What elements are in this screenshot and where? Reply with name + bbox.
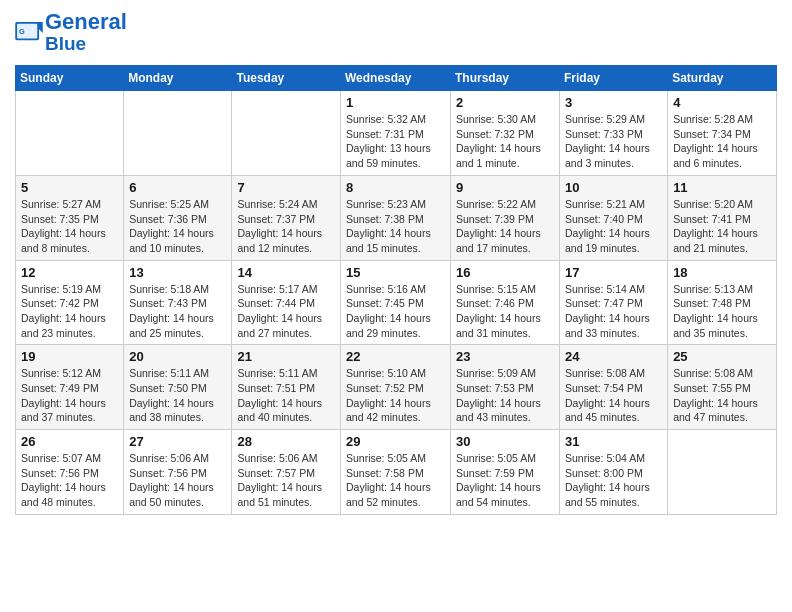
day-info: Sunrise: 5:28 AMSunset: 7:34 PMDaylight:…: [673, 112, 771, 171]
day-info: Sunrise: 5:11 AMSunset: 7:51 PMDaylight:…: [237, 366, 335, 425]
day-cell: 11Sunrise: 5:20 AMSunset: 7:41 PMDayligh…: [668, 175, 777, 260]
day-cell: 9Sunrise: 5:22 AMSunset: 7:39 PMDaylight…: [451, 175, 560, 260]
day-cell: [232, 91, 341, 176]
day-cell: 18Sunrise: 5:13 AMSunset: 7:48 PMDayligh…: [668, 260, 777, 345]
day-cell: 15Sunrise: 5:16 AMSunset: 7:45 PMDayligh…: [341, 260, 451, 345]
day-cell: 13Sunrise: 5:18 AMSunset: 7:43 PMDayligh…: [124, 260, 232, 345]
week-row-3: 19Sunrise: 5:12 AMSunset: 7:49 PMDayligh…: [16, 345, 777, 430]
page: G General Blue SundayMondayTuesdayWednes…: [0, 0, 792, 525]
day-info: Sunrise: 5:04 AMSunset: 8:00 PMDaylight:…: [565, 451, 662, 510]
weekday-sunday: Sunday: [16, 66, 124, 91]
day-number: 9: [456, 180, 554, 195]
calendar-table: SundayMondayTuesdayWednesdayThursdayFrid…: [15, 65, 777, 515]
day-number: 22: [346, 349, 445, 364]
day-cell: 27Sunrise: 5:06 AMSunset: 7:56 PMDayligh…: [124, 430, 232, 515]
day-number: 8: [346, 180, 445, 195]
day-info: Sunrise: 5:12 AMSunset: 7:49 PMDaylight:…: [21, 366, 118, 425]
weekday-friday: Friday: [560, 66, 668, 91]
day-cell: 4Sunrise: 5:28 AMSunset: 7:34 PMDaylight…: [668, 91, 777, 176]
day-cell: [124, 91, 232, 176]
day-info: Sunrise: 5:19 AMSunset: 7:42 PMDaylight:…: [21, 282, 118, 341]
day-number: 4: [673, 95, 771, 110]
day-cell: 8Sunrise: 5:23 AMSunset: 7:38 PMDaylight…: [341, 175, 451, 260]
day-number: 1: [346, 95, 445, 110]
day-cell: 5Sunrise: 5:27 AMSunset: 7:35 PMDaylight…: [16, 175, 124, 260]
day-number: 15: [346, 265, 445, 280]
day-number: 31: [565, 434, 662, 449]
day-number: 2: [456, 95, 554, 110]
day-cell: 22Sunrise: 5:10 AMSunset: 7:52 PMDayligh…: [341, 345, 451, 430]
weekday-tuesday: Tuesday: [232, 66, 341, 91]
day-cell: 14Sunrise: 5:17 AMSunset: 7:44 PMDayligh…: [232, 260, 341, 345]
day-info: Sunrise: 5:32 AMSunset: 7:31 PMDaylight:…: [346, 112, 445, 171]
week-row-1: 5Sunrise: 5:27 AMSunset: 7:35 PMDaylight…: [16, 175, 777, 260]
day-info: Sunrise: 5:30 AMSunset: 7:32 PMDaylight:…: [456, 112, 554, 171]
day-info: Sunrise: 5:08 AMSunset: 7:55 PMDaylight:…: [673, 366, 771, 425]
day-number: 21: [237, 349, 335, 364]
day-info: Sunrise: 5:15 AMSunset: 7:46 PMDaylight:…: [456, 282, 554, 341]
day-cell: 24Sunrise: 5:08 AMSunset: 7:54 PMDayligh…: [560, 345, 668, 430]
day-number: 29: [346, 434, 445, 449]
day-info: Sunrise: 5:18 AMSunset: 7:43 PMDaylight:…: [129, 282, 226, 341]
day-info: Sunrise: 5:06 AMSunset: 7:56 PMDaylight:…: [129, 451, 226, 510]
day-cell: [668, 430, 777, 515]
day-number: 24: [565, 349, 662, 364]
day-cell: 2Sunrise: 5:30 AMSunset: 7:32 PMDaylight…: [451, 91, 560, 176]
day-cell: 3Sunrise: 5:29 AMSunset: 7:33 PMDaylight…: [560, 91, 668, 176]
day-info: Sunrise: 5:22 AMSunset: 7:39 PMDaylight:…: [456, 197, 554, 256]
weekday-header-row: SundayMondayTuesdayWednesdayThursdayFrid…: [16, 66, 777, 91]
day-cell: 26Sunrise: 5:07 AMSunset: 7:56 PMDayligh…: [16, 430, 124, 515]
day-cell: 6Sunrise: 5:25 AMSunset: 7:36 PMDaylight…: [124, 175, 232, 260]
day-info: Sunrise: 5:05 AMSunset: 7:59 PMDaylight:…: [456, 451, 554, 510]
day-info: Sunrise: 5:25 AMSunset: 7:36 PMDaylight:…: [129, 197, 226, 256]
day-number: 27: [129, 434, 226, 449]
day-cell: 20Sunrise: 5:11 AMSunset: 7:50 PMDayligh…: [124, 345, 232, 430]
day-cell: 30Sunrise: 5:05 AMSunset: 7:59 PMDayligh…: [451, 430, 560, 515]
day-info: Sunrise: 5:23 AMSunset: 7:38 PMDaylight:…: [346, 197, 445, 256]
logo-icon: G: [15, 22, 43, 44]
day-cell: 31Sunrise: 5:04 AMSunset: 8:00 PMDayligh…: [560, 430, 668, 515]
day-info: Sunrise: 5:29 AMSunset: 7:33 PMDaylight:…: [565, 112, 662, 171]
day-cell: 17Sunrise: 5:14 AMSunset: 7:47 PMDayligh…: [560, 260, 668, 345]
weekday-thursday: Thursday: [451, 66, 560, 91]
day-number: 10: [565, 180, 662, 195]
day-info: Sunrise: 5:09 AMSunset: 7:53 PMDaylight:…: [456, 366, 554, 425]
day-number: 13: [129, 265, 226, 280]
day-info: Sunrise: 5:11 AMSunset: 7:50 PMDaylight:…: [129, 366, 226, 425]
day-cell: 10Sunrise: 5:21 AMSunset: 7:40 PMDayligh…: [560, 175, 668, 260]
day-cell: 25Sunrise: 5:08 AMSunset: 7:55 PMDayligh…: [668, 345, 777, 430]
day-cell: 1Sunrise: 5:32 AMSunset: 7:31 PMDaylight…: [341, 91, 451, 176]
day-number: 30: [456, 434, 554, 449]
day-info: Sunrise: 5:07 AMSunset: 7:56 PMDaylight:…: [21, 451, 118, 510]
weekday-wednesday: Wednesday: [341, 66, 451, 91]
day-info: Sunrise: 5:08 AMSunset: 7:54 PMDaylight:…: [565, 366, 662, 425]
day-cell: 28Sunrise: 5:06 AMSunset: 7:57 PMDayligh…: [232, 430, 341, 515]
day-cell: 16Sunrise: 5:15 AMSunset: 7:46 PMDayligh…: [451, 260, 560, 345]
week-row-2: 12Sunrise: 5:19 AMSunset: 7:42 PMDayligh…: [16, 260, 777, 345]
day-info: Sunrise: 5:13 AMSunset: 7:48 PMDaylight:…: [673, 282, 771, 341]
day-cell: 12Sunrise: 5:19 AMSunset: 7:42 PMDayligh…: [16, 260, 124, 345]
day-number: 14: [237, 265, 335, 280]
week-row-4: 26Sunrise: 5:07 AMSunset: 7:56 PMDayligh…: [16, 430, 777, 515]
day-cell: 29Sunrise: 5:05 AMSunset: 7:58 PMDayligh…: [341, 430, 451, 515]
day-number: 3: [565, 95, 662, 110]
weekday-saturday: Saturday: [668, 66, 777, 91]
day-info: Sunrise: 5:17 AMSunset: 7:44 PMDaylight:…: [237, 282, 335, 341]
day-number: 5: [21, 180, 118, 195]
day-info: Sunrise: 5:20 AMSunset: 7:41 PMDaylight:…: [673, 197, 771, 256]
week-row-0: 1Sunrise: 5:32 AMSunset: 7:31 PMDaylight…: [16, 91, 777, 176]
day-number: 18: [673, 265, 771, 280]
day-info: Sunrise: 5:16 AMSunset: 7:45 PMDaylight:…: [346, 282, 445, 341]
day-info: Sunrise: 5:27 AMSunset: 7:35 PMDaylight:…: [21, 197, 118, 256]
day-number: 20: [129, 349, 226, 364]
day-cell: 7Sunrise: 5:24 AMSunset: 7:37 PMDaylight…: [232, 175, 341, 260]
day-cell: [16, 91, 124, 176]
day-number: 6: [129, 180, 226, 195]
logo: G General Blue: [15, 10, 127, 55]
day-number: 19: [21, 349, 118, 364]
day-number: 16: [456, 265, 554, 280]
day-number: 7: [237, 180, 335, 195]
day-number: 11: [673, 180, 771, 195]
day-info: Sunrise: 5:05 AMSunset: 7:58 PMDaylight:…: [346, 451, 445, 510]
day-info: Sunrise: 5:14 AMSunset: 7:47 PMDaylight:…: [565, 282, 662, 341]
